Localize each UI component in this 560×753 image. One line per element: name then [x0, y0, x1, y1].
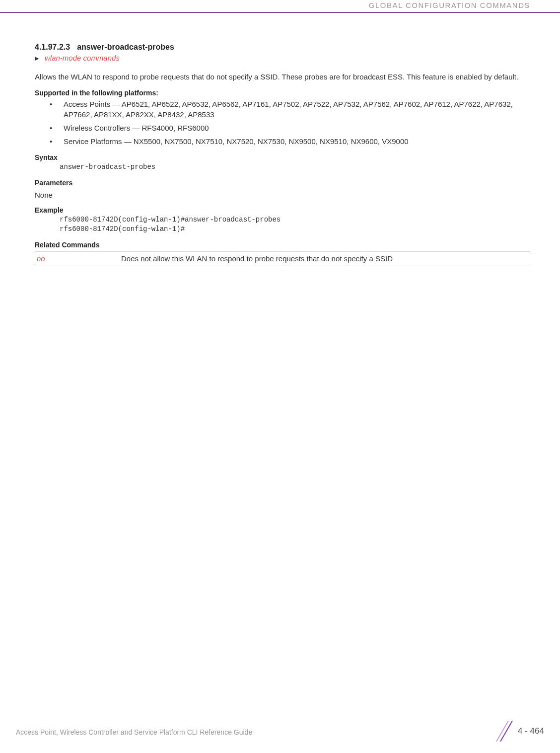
footer-title: Access Point, Wireless Controller and Se… — [16, 728, 252, 736]
wlan-mode-link[interactable]: wlan-mode commands — [45, 54, 120, 62]
example-code: rfs6000-81742D(config-wlan-1)#answer-bro… — [60, 215, 530, 234]
table-row: no Does not allow this WLAN to respond t… — [35, 251, 530, 266]
section-description: Allows the WLAN to respond to probe requ… — [35, 72, 530, 82]
caret-right-icon: ▶ — [35, 55, 39, 62]
related-heading: Related Commands — [35, 241, 530, 249]
page-number-box: 4 - 464 — [497, 722, 544, 740]
wlan-mode-link-row: ▶wlan-mode commands — [35, 54, 530, 63]
platforms-heading: Supported in the following platforms: — [35, 89, 530, 97]
parameters-heading: Parameters — [35, 179, 530, 187]
list-item: Access Points — AP6521, AP6522, AP6532, … — [50, 99, 530, 120]
example-heading: Example — [35, 206, 530, 214]
list-item: Wireless Controllers — RFS4000, RFS6000 — [50, 123, 530, 133]
slash-decoration-icon — [497, 722, 512, 740]
related-commands-table: no Does not allow this WLAN to respond t… — [35, 251, 530, 266]
page-content: 4.1.97.2.3answer-broadcast-probes ▶wlan-… — [0, 13, 560, 266]
related-cmd-desc: Does not allow this WLAN to respond to p… — [119, 251, 530, 266]
section-title: answer-broadcast-probes — [77, 43, 174, 51]
header-title: GLOBAL CONFIGURATION COMMANDS — [369, 1, 530, 9]
page-number: 4 - 464 — [518, 726, 544, 736]
list-item: Service Platforms — NX5500, NX7500, NX75… — [50, 136, 530, 147]
platforms-list: Access Points — AP6521, AP6522, AP6532, … — [35, 99, 530, 147]
syntax-code: answer-broadcast-probes — [60, 162, 530, 172]
header-band: GLOBAL CONFIGURATION COMMANDS — [0, 0, 560, 13]
syntax-heading: Syntax — [35, 153, 530, 161]
parameters-value: None — [35, 191, 530, 199]
related-cmd-link[interactable]: no — [35, 251, 119, 266]
section-number: 4.1.97.2.3 — [35, 43, 70, 51]
section-heading: 4.1.97.2.3answer-broadcast-probes — [35, 43, 530, 52]
